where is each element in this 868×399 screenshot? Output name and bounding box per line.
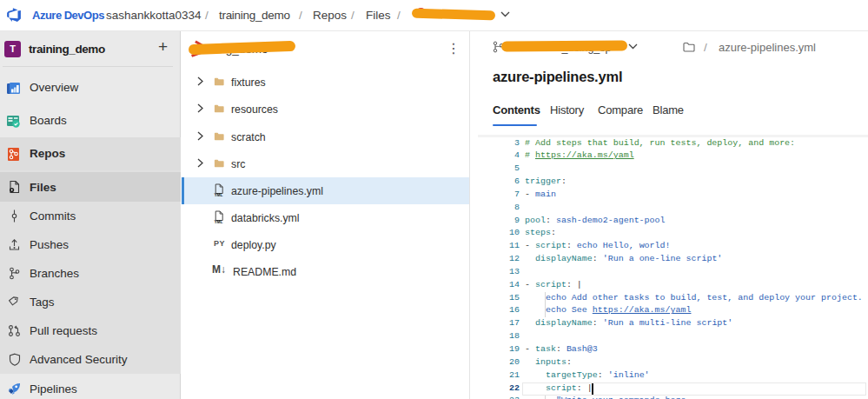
- svg-text:YML: YML: [214, 193, 222, 196]
- svg-text:YML: YML: [214, 220, 222, 223]
